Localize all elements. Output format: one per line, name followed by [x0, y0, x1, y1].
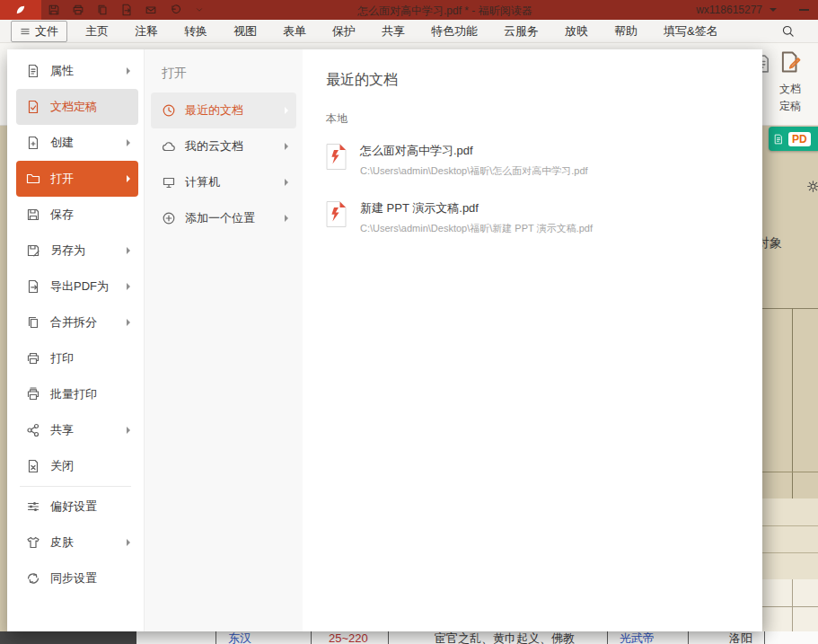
finalize-document-button[interactable]: 文档定稿: [763, 50, 817, 115]
menu-tab-share[interactable]: 共享: [382, 23, 405, 40]
subnav-item-add-place[interactable]: 添加一个位置: [151, 200, 296, 236]
minimize-button[interactable]: [799, 9, 809, 11]
menu-tab-features[interactable]: 特色功能: [431, 23, 478, 40]
pages-icon: [26, 315, 40, 330]
table-band: [762, 579, 818, 631]
foxit-logo-icon: [14, 4, 27, 16]
qat-undo-button[interactable]: [168, 4, 181, 17]
qat-copy-button[interactable]: [95, 4, 109, 17]
object-panel-label: 对象: [762, 235, 782, 251]
qat-customize-button[interactable]: [192, 4, 206, 17]
monitor-icon: [162, 175, 176, 190]
subnav-item-computer[interactable]: 计算机: [151, 164, 296, 200]
print-icon: [72, 4, 84, 16]
app-window: 怎么面对高中学习.pdf * - 福昕阅读器 wx118615277 文件 主页…: [0, 0, 818, 644]
recent-doc-name: 怎么面对高中学习.pdf: [360, 143, 588, 159]
menu-tab-fill-sign[interactable]: 填写&签名: [664, 23, 718, 40]
menu-tab-protect[interactable]: 保护: [332, 23, 356, 40]
table-line: [607, 631, 608, 644]
backstage-item-export-pdf[interactable]: 导出PDF为: [16, 269, 138, 304]
qat-save-button[interactable]: [47, 4, 60, 17]
backstage-item-skin[interactable]: 皮肤: [16, 525, 138, 560]
batch-print-icon: [26, 387, 40, 401]
menu-tab-file[interactable]: 文件: [11, 21, 67, 42]
save-icon: [26, 207, 40, 222]
menu-tab-form[interactable]: 表单: [283, 23, 306, 40]
hamburger-icon: [20, 26, 31, 37]
menu-tab-view[interactable]: 视图: [233, 23, 257, 40]
table-line: [311, 631, 312, 644]
submenu-arrow-icon: [285, 143, 288, 150]
print-icon: [26, 351, 40, 366]
table-cell: 光武帝: [620, 631, 655, 644]
submenu-arrow-icon: [127, 175, 130, 182]
recent-doc-item[interactable]: 怎么面对高中学习.pdf C:\Users\admin\Desktop\福昕\怎…: [326, 143, 748, 184]
qat-export-button[interactable]: [119, 4, 133, 17]
qat-print-button[interactable]: [71, 4, 84, 17]
submenu-arrow-icon: [285, 215, 288, 222]
backstage-item-create[interactable]: 创建: [16, 125, 138, 161]
open-submenu: 打开 最近的文档 我的云文档 计算机 添加一个位置: [144, 49, 303, 631]
backstage-item-finalize[interactable]: 文档定稿: [16, 89, 138, 125]
table-line: [764, 631, 765, 644]
backstage-item-label: 打印: [50, 350, 74, 366]
account-name[interactable]: wx118615277: [696, 4, 762, 16]
backstage-item-close[interactable]: 关闭: [16, 448, 138, 484]
backstage-item-sync-settings[interactable]: 同步设置: [16, 560, 138, 596]
doc-icon: [773, 133, 784, 146]
pages-icon: [96, 4, 109, 16]
menu-tab-slideshow[interactable]: 放映: [565, 23, 588, 40]
mail-icon: [145, 4, 157, 16]
menu-tab-cloud[interactable]: 云服务: [504, 23, 539, 40]
recent-doc-meta: 怎么面对高中学习.pdf C:\Users\admin\Desktop\福昕\怎…: [360, 143, 588, 178]
recent-doc-path: C:\Users\admin\Desktop\福昕\怎么面对高中学习.pdf: [360, 164, 588, 178]
submenu-arrow-icon: [127, 427, 130, 434]
account-chevron-icon[interactable]: [770, 8, 777, 12]
file-backstage-panel: 属性 文档定稿 创建 打开 保存 另: [7, 49, 762, 631]
backstage-item-properties[interactable]: 属性: [16, 53, 138, 89]
menu-tab-comment[interactable]: 注释: [135, 23, 158, 40]
backstage-item-label: 共享: [50, 422, 74, 438]
backstage-nav: 属性 文档定稿 创建 打开 保存 另: [7, 49, 144, 631]
backstage-item-open[interactable]: 打开: [16, 161, 138, 197]
search-icon: [781, 24, 795, 38]
backstage-item-print[interactable]: 打印: [16, 340, 138, 376]
backstage-item-label: 合并拆分: [50, 314, 97, 331]
table-line: [762, 472, 818, 472]
title-bar: 怎么面对高中学习.pdf * - 福昕阅读器 wx118615277: [0, 0, 818, 20]
backstage-item-merge-split[interactable]: 合并拆分: [16, 304, 138, 340]
menu-tab-convert[interactable]: 转换: [184, 23, 207, 40]
undo-icon: [169, 4, 181, 16]
doc-check-icon: [26, 100, 40, 114]
submenu-arrow-icon: [127, 283, 130, 290]
foxit-logo[interactable]: [0, 0, 41, 20]
pdf-convert-widget[interactable]: PD: [769, 127, 818, 151]
subnav-item-recent-docs[interactable]: 最近的文档: [151, 93, 296, 128]
subnav-item-label: 添加一个位置: [185, 210, 255, 226]
submenu-arrow-icon: [127, 67, 130, 75]
qat-email-button[interactable]: [144, 4, 157, 17]
menu-tab-help[interactable]: 帮助: [614, 23, 638, 40]
settings-gear-button[interactable]: [805, 180, 818, 194]
backstage-item-label: 保存: [50, 207, 74, 223]
search-button[interactable]: [780, 24, 795, 39]
table-cell: 洛阳: [729, 631, 752, 644]
backstage-item-label: 同步设置: [50, 570, 97, 587]
submenu-arrow-icon: [127, 319, 130, 326]
clock-icon: [162, 103, 176, 118]
submenu-arrow-icon: [127, 247, 130, 254]
backstage-item-share[interactable]: 共享: [16, 412, 138, 448]
menu-tab-home[interactable]: 主页: [85, 23, 109, 40]
divider: [20, 486, 131, 487]
recent-doc-item[interactable]: 新建 PPT 演示文稿.pdf C:\Users\admin\Desktop\福…: [326, 200, 748, 242]
menu-bar: 文件 主页 注释 转换 视图 表单 保护 共享 特色功能 云服务 放映 帮助 填…: [0, 20, 818, 43]
backstage-item-save-as[interactable]: 另存为: [16, 233, 138, 269]
doc-pen-icon: [778, 50, 802, 74]
document-bottom-row: 东汉 25~220 宦官之乱、黄巾起义、佛教 光武帝 洛阳: [0, 631, 818, 644]
subnav-item-cloud-docs[interactable]: 我的云文档: [151, 128, 296, 164]
backstage-item-label: 皮肤: [50, 534, 74, 551]
subnav-item-label: 我的云文档: [185, 138, 243, 154]
backstage-item-preferences[interactable]: 偏好设置: [16, 489, 138, 525]
backstage-item-save[interactable]: 保存: [16, 197, 138, 233]
backstage-item-batch-print[interactable]: 批量打印: [16, 376, 138, 412]
